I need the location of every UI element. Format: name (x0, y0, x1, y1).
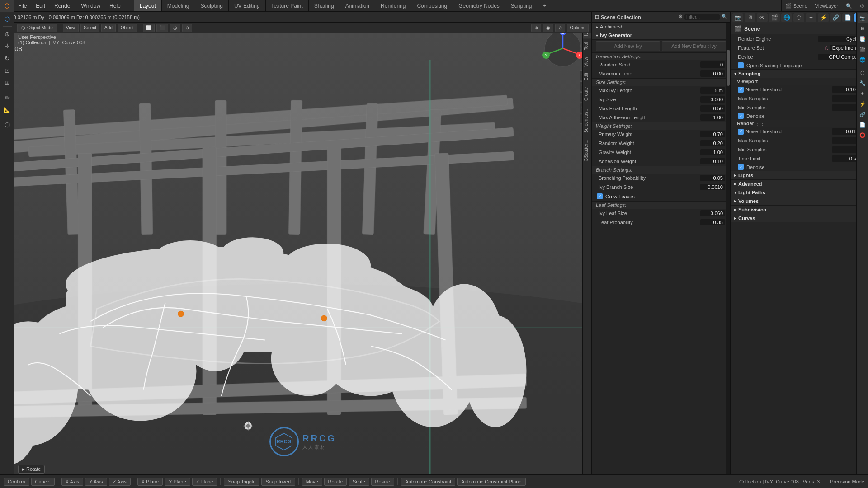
scrollbar-thumb[interactable] (727, 50, 730, 86)
viewport-options[interactable]: Options (567, 24, 589, 32)
volumes-section-header[interactable]: ▸ Volumes (731, 197, 868, 205)
max-float-length-val[interactable]: 0.50 (700, 105, 725, 112)
ptab-material[interactable]: ⭕ (858, 130, 868, 140)
viewport-xray-toggle[interactable]: ⊘ (555, 24, 565, 32)
noise-threshold-checkbox1[interactable]: ✓ (738, 87, 744, 93)
viewport-mode-solid[interactable]: ⬛ (156, 24, 168, 32)
snap-toggle-btn[interactable]: Snap Toggle (224, 478, 259, 486)
noise-threshold-checkbox2[interactable]: ✓ (738, 129, 744, 135)
menu-render[interactable]: Render (50, 0, 76, 11)
workspace-texture[interactable]: Texture Paint (266, 0, 309, 11)
tool-measure[interactable]: 📐 (1, 104, 13, 116)
ptab-constraints[interactable]: 🔗 (858, 109, 868, 119)
npanel-tool[interactable]: Tool (583, 39, 591, 53)
ptab-output[interactable]: 🖥 (858, 23, 868, 33)
ptab-view-layer[interactable]: 📑 (858, 34, 868, 44)
sampling-section-header[interactable]: ▾ Sampling ⋮⋮ (731, 69, 868, 78)
confirm-btn[interactable]: Confirm (4, 478, 29, 486)
xaxis-btn[interactable]: X Axis (61, 478, 84, 486)
npanel-view[interactable]: View (583, 54, 591, 70)
branching-prob-val[interactable]: 0.05 (700, 175, 725, 181)
cancel-btn[interactable]: Cancel (31, 478, 55, 486)
workspace-compositing[interactable]: Compositing (411, 0, 453, 11)
subdivision-section-header[interactable]: ▸ Subdivision (731, 205, 868, 214)
advanced-section-header[interactable]: ▸ Advanced (731, 179, 868, 188)
primary-weight-val[interactable]: 0.70 (700, 131, 725, 137)
viewport-mode-btn[interactable]: ⬡ Object Mode (17, 24, 57, 32)
render-icon-scene[interactable]: 🎬 (769, 13, 780, 22)
resize-btn[interactable]: Resize (371, 478, 395, 486)
grow-leaves-checkbox[interactable]: ✓ (597, 193, 603, 199)
render-icon-constraints[interactable]: 🔗 (830, 13, 841, 22)
menu-file[interactable]: File (14, 0, 31, 11)
ivy-size-val[interactable]: 0.060 (700, 96, 725, 103)
main-viewport[interactable]: User Perspective (1) Collection | IVY_Cu… (14, 23, 591, 474)
random-weight-val[interactable]: 0.20 (700, 140, 725, 146)
tool-scale[interactable]: ⊡ (1, 65, 13, 76)
ivy-branch-size-val[interactable]: 0.0010 (700, 184, 725, 190)
viewport-mode-rendered[interactable]: ⊙ (182, 24, 192, 32)
viewport-gizmo-toggle[interactable]: ⊕ (531, 24, 541, 32)
ptab-world[interactable]: 🌐 (858, 55, 868, 65)
workspace-add[interactable]: + (538, 0, 552, 11)
xplane-btn[interactable]: X Plane (137, 478, 163, 486)
outliner-search[interactable] (684, 14, 720, 20)
render-icon-output[interactable]: 📷 (732, 13, 743, 22)
render-icon-output2[interactable]: 🖥 (745, 13, 755, 22)
top-search[interactable]: 🔍 (842, 0, 856, 12)
ptab-particles[interactable]: ✦ (858, 89, 868, 99)
lights-section-header[interactable]: ▸ Lights (731, 171, 868, 179)
ivy-generator-header[interactable]: ▾ Ivy Generator (592, 31, 730, 40)
yplane-btn[interactable]: Y Plane (165, 478, 190, 486)
workspace-rendering[interactable]: Rendering (375, 0, 411, 11)
npanel-edit[interactable]: Edit (583, 70, 591, 83)
tool-select[interactable]: ⬡ (1, 13, 13, 25)
npanel-gscatter[interactable]: GScatter… (583, 136, 591, 164)
archimesh-header[interactable]: ▸ Archimesh (592, 23, 730, 31)
ptab-object[interactable]: ⬡ (858, 68, 868, 78)
workspace-uv[interactable]: UV Editing (229, 0, 266, 11)
top-filter[interactable]: ⚙ (856, 0, 868, 12)
auto-constraint-plane-btn[interactable]: Automatic Constraint Plane (457, 478, 525, 486)
menu-edit[interactable]: Edit (31, 0, 50, 11)
menu-window[interactable]: Window (76, 0, 105, 11)
random-seed-val[interactable]: 0 (700, 61, 725, 68)
outliner-search-icon[interactable]: 🔍 (722, 14, 727, 20)
viewport-mode-wire[interactable]: ⬜ (143, 24, 155, 32)
leaf-probability-val[interactable]: 0.35 (700, 219, 725, 225)
tool-move[interactable]: ✛ (1, 40, 13, 52)
ptab-modifier[interactable]: 🔧 (858, 78, 868, 88)
render-icon-world[interactable]: 🌐 (781, 13, 792, 22)
ptab-physics[interactable]: ⚡ (858, 99, 868, 109)
workspace-modeling[interactable]: Modeling (162, 0, 195, 11)
scale-btn[interactable]: Scale (349, 478, 369, 486)
add-new-default-ivy-btn[interactable]: Add New Default Ivy (662, 41, 726, 51)
tool-transform[interactable]: ⊞ (1, 77, 13, 89)
render-icon-data[interactable]: 📄 (842, 13, 853, 22)
viewport-mode-material[interactable]: ◎ (170, 24, 180, 32)
tool-add[interactable]: ⬡ (1, 119, 13, 131)
workspace-scripting[interactable]: Scripting (505, 0, 538, 11)
render-icon-object[interactable]: ⬡ (793, 13, 804, 22)
view-layer-selector[interactable]: ViewLayer (811, 0, 842, 12)
render-icon-physics[interactable]: ⚡ (818, 13, 829, 22)
workspace-sculpting[interactable]: Sculpting (195, 0, 229, 11)
light-paths-section-header[interactable]: ▾ Light Paths ⋮⋮ (731, 188, 868, 197)
render-icon-particles[interactable]: ✦ (806, 13, 816, 22)
workspace-geometry[interactable]: Geometry Nodes (453, 0, 505, 11)
workspace-shading[interactable]: Shading (309, 0, 340, 11)
ptab-render[interactable]: 📷 (858, 13, 868, 23)
denoise-checkbox1[interactable]: ✓ (738, 113, 744, 119)
denoise-checkbox2[interactable]: ✓ (738, 164, 744, 170)
open-shading-checkbox[interactable] (738, 62, 744, 68)
yaxis-btn[interactable]: Y Axis (85, 478, 107, 486)
curves-section-header[interactable]: ▸ Curves (731, 214, 868, 222)
move-btn[interactable]: Move (302, 478, 322, 486)
viewport-select-menu[interactable]: Select (80, 24, 99, 32)
ivy-leaf-size-val[interactable]: 0.060 (700, 210, 725, 216)
render-icon-view[interactable]: 👁 (757, 13, 768, 22)
tool-annotate[interactable]: ✏ (1, 92, 13, 103)
snap-invert-btn[interactable]: Snap Invert (261, 478, 295, 486)
zplane-btn[interactable]: Z Plane (192, 478, 217, 486)
rotate-btn[interactable]: Rotate (324, 478, 347, 486)
